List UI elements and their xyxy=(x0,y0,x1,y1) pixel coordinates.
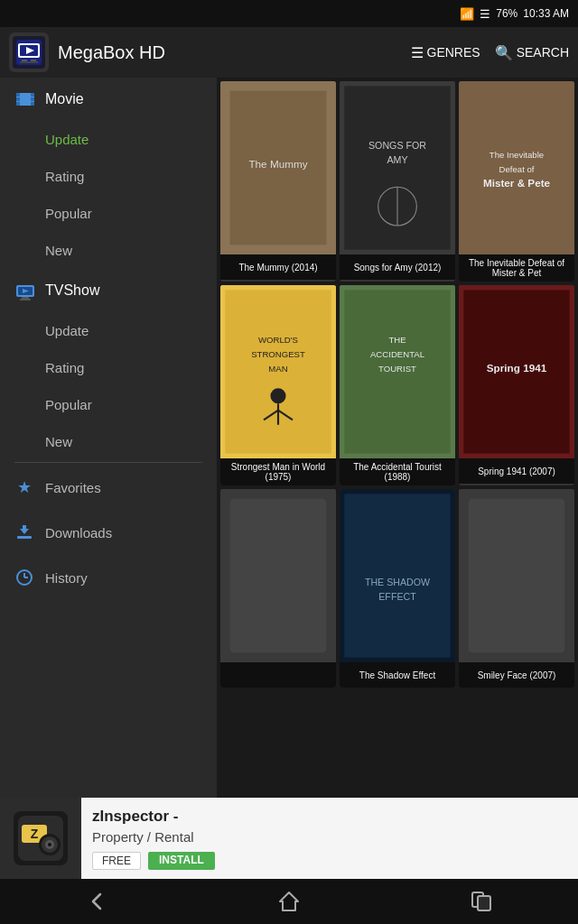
search-label: SEARCH xyxy=(517,45,569,60)
svg-text:The Mummy: The Mummy xyxy=(248,158,307,170)
tvshow-section-label: TVShow xyxy=(45,282,99,299)
status-bar: 📶 ☰ 76% 10:33 AM xyxy=(0,0,578,27)
bottom-nav xyxy=(0,879,578,924)
sidebar-item-tvshow-update[interactable]: Update xyxy=(0,312,217,349)
search-icon: 🔍 xyxy=(495,44,513,61)
movie-poster-6: Spring 1941 xyxy=(459,285,574,458)
star-icon: ★ xyxy=(14,477,34,497)
sidebar-item-movie-popular[interactable]: Popular xyxy=(0,195,217,232)
movie-title-4: Strongest Man in World (1975) xyxy=(220,458,336,485)
movie-grid: The Mummy The Mummy (2014) SONGS FOR AMY xyxy=(220,81,574,688)
ad-banner[interactable]: Z zInspector - Property / Rental FREE IN… xyxy=(0,798,578,879)
status-icons: 📶 ☰ 76% 10:33 AM xyxy=(460,7,569,21)
svg-text:Defeat of: Defeat of xyxy=(499,164,535,174)
sidebar-item-tvshow-rating[interactable]: Rating xyxy=(0,349,217,386)
movie-update-label: Update xyxy=(45,132,89,147)
svg-text:Z: Z xyxy=(31,827,39,841)
movie-card-2[interactable]: SONGS FOR AMY Songs for Amy (2012) xyxy=(340,81,455,282)
svg-text:AMY: AMY xyxy=(387,154,407,165)
tvshow-update-label: Update xyxy=(45,323,89,338)
ad-subtitle: Property / Rental xyxy=(92,829,567,845)
svg-rect-62 xyxy=(469,499,565,653)
movie-poster-4: WORLD'S STRONGEST MAN xyxy=(220,285,336,458)
movie-title-7 xyxy=(220,662,336,688)
tvshow-popular-label: Popular xyxy=(45,397,92,412)
svg-text:ACCIDENTAL: ACCIDENTAL xyxy=(370,349,425,359)
divider xyxy=(14,462,202,463)
movie-card-5[interactable]: THE ACCIDENTAL TOURIST The Accidental To… xyxy=(340,285,455,485)
movie-card-6[interactable]: Spring 1941 Spring 1941 (2007) xyxy=(459,285,574,485)
svg-text:WORLD'S: WORLD'S xyxy=(258,335,298,345)
content-area: The Mummy The Mummy (2014) SONGS FOR AMY xyxy=(217,78,578,879)
svg-rect-21 xyxy=(23,525,26,532)
movie-poster-img-7 xyxy=(220,489,336,662)
svg-rect-13 xyxy=(31,97,34,101)
wifi-icon: 📶 xyxy=(460,7,474,21)
movie-card-3[interactable]: The Inevitable Defeat of Mister & Pete T… xyxy=(459,81,574,282)
movie-title-3: The Inevitable Defeat of Mister & Pet xyxy=(459,254,574,282)
menu-icon: ☰ xyxy=(411,44,424,61)
ad-free-badge: FREE xyxy=(92,852,141,870)
movie-card-1[interactable]: The Mummy The Mummy (2014) xyxy=(220,81,336,282)
sidebar: Movie Update Rating Popular New xyxy=(0,78,217,879)
svg-rect-19 xyxy=(17,536,32,539)
app-logo xyxy=(9,32,49,72)
svg-rect-12 xyxy=(16,97,20,101)
sidebar-item-tvshow-popular[interactable]: Popular xyxy=(0,386,217,423)
movie-poster-3: The Inevitable Defeat of Mister & Pete xyxy=(459,81,574,254)
movie-poster-img-6: Spring 1941 xyxy=(459,285,574,458)
sidebar-item-movie-update[interactable]: Update xyxy=(0,121,217,158)
sidebar-item-favorites[interactable]: ★ Favorites xyxy=(0,465,217,510)
home-button[interactable] xyxy=(262,883,316,919)
movie-section-label: Movie xyxy=(45,91,84,107)
movie-poster-img-5: THE ACCIDENTAL TOURIST xyxy=(340,285,455,458)
svg-rect-56 xyxy=(230,499,327,653)
sidebar-item-history[interactable]: History xyxy=(0,555,217,600)
movie-title-8: The Shadow Effect xyxy=(340,662,455,688)
signal-icon: ☰ xyxy=(480,7,490,21)
movie-rating-label: Rating xyxy=(45,169,84,184)
sidebar-section-movie[interactable]: Movie xyxy=(0,78,217,121)
svg-text:EFFECT: EFFECT xyxy=(378,591,416,602)
svg-text:Mister & Pete: Mister & Pete xyxy=(483,177,551,189)
back-button[interactable] xyxy=(70,883,124,919)
svg-text:SONGS FOR: SONGS FOR xyxy=(368,140,426,151)
movie-poster-img-2: SONGS FOR AMY xyxy=(340,81,455,254)
top-bar-actions: ☰ GENRES 🔍 SEARCH xyxy=(411,44,569,61)
movie-title-2: Songs for Amy (2012) xyxy=(340,254,455,280)
app-title: MegaBox HD xyxy=(58,42,402,63)
svg-text:STRONGEST: STRONGEST xyxy=(251,349,305,359)
movie-poster-img-8: THE SHADOW EFFECT xyxy=(340,489,455,662)
movie-poster-img-9 xyxy=(459,489,574,662)
svg-text:THE SHADOW: THE SHADOW xyxy=(365,577,431,587)
sidebar-item-movie-rating[interactable]: Rating xyxy=(0,158,217,195)
tvshow-new-label: New xyxy=(45,434,72,449)
ad-logo: Z xyxy=(14,811,68,865)
history-icon xyxy=(14,568,34,587)
main-layout: Movie Update Rating Popular New xyxy=(0,78,578,879)
movie-card-7[interactable] xyxy=(220,489,336,688)
movie-card-9[interactable]: Smiley Face (2007) xyxy=(459,489,574,688)
sidebar-item-movie-new[interactable]: New xyxy=(0,232,217,269)
sidebar-section-tvshow[interactable]: TVShow xyxy=(0,269,217,312)
search-button[interactable]: 🔍 SEARCH xyxy=(495,44,569,61)
svg-text:TOURIST: TOURIST xyxy=(378,364,416,374)
svg-text:Spring 1941: Spring 1941 xyxy=(487,362,547,374)
movie-poster-img-1: The Mummy xyxy=(220,81,336,254)
movie-popular-label: Popular xyxy=(45,206,92,221)
svg-point-69 xyxy=(48,843,51,846)
sidebar-item-downloads[interactable]: Downloads xyxy=(0,510,217,555)
svg-rect-10 xyxy=(16,102,20,106)
ad-install-badge[interactable]: INSTALL xyxy=(148,852,215,870)
movie-card-4[interactable]: WORLD'S STRONGEST MAN Strongest Man in W… xyxy=(220,285,336,485)
svg-rect-8 xyxy=(16,93,20,97)
svg-marker-70 xyxy=(280,892,298,910)
time-text: 10:33 AM xyxy=(523,7,569,20)
movie-card-8[interactable]: THE SHADOW EFFECT The Shadow Effect xyxy=(340,489,455,688)
recents-button[interactable] xyxy=(454,883,508,919)
sidebar-item-tvshow-new[interactable]: New xyxy=(0,423,217,460)
genres-button[interactable]: ☰ GENRES xyxy=(411,44,480,61)
movie-title-9: Smiley Face (2007) xyxy=(459,662,574,688)
tvshow-rating-label: Rating xyxy=(45,360,84,375)
svg-text:The Inevitable: The Inevitable xyxy=(489,150,544,160)
